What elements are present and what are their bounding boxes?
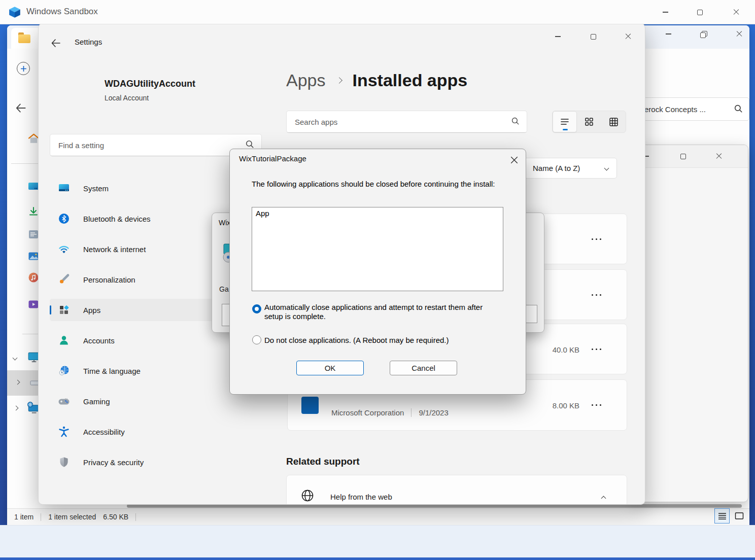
app-icon [301,397,319,414]
back-arrow-icon[interactable] [50,37,62,51]
explorer-search-box[interactable]: erock Concepts ... [636,97,749,121]
sidebar-item-personalization[interactable]: Personalization [50,268,217,291]
app-date: 9/1/2023 [419,408,448,417]
more-options-button[interactable] [590,342,604,357]
breadcrumb: Apps Installed apps [286,71,467,90]
horizontal-scrollbar[interactable] [127,504,742,508]
radio-unselected-icon[interactable] [252,335,261,344]
grid-view-toggle[interactable] [577,111,601,132]
settings-minimize-icon[interactable] [546,28,569,45]
explorer-minimize-icon[interactable] [657,25,679,43]
cancel-button[interactable]: Cancel [390,361,457,375]
explorer-restore-icon[interactable] [692,25,714,43]
sort-label: Name (A to Z) [533,164,580,172]
shield-icon [58,456,70,468]
desktop-edge-strip [0,557,755,560]
details-view-icon[interactable] [714,508,730,523]
thumbnail-view-icon[interactable] [732,509,746,522]
app-publisher: Microsoft Corporation [331,408,404,417]
secondary-maximize-icon[interactable] [672,148,694,165]
sidebar-item-accessibility[interactable]: Accessibility [50,421,217,443]
accessibility-icon [58,426,70,438]
more-options-button[interactable] [590,232,604,247]
sidebar-item-apps[interactable]: Apps [50,299,217,321]
accounts-icon [58,334,70,346]
radio-selected-icon[interactable] [252,304,261,313]
related-support-title: Related support [286,456,360,467]
sandbox-desktop: Windows Sandbox erock Concepts ... [0,0,755,560]
breadcrumb-root[interactable]: Apps [286,71,326,90]
sidebar-item-time-language[interactable]: Time & language [50,360,217,382]
minimize-icon[interactable] [654,4,676,21]
status-selected-size: 6.50 KB [103,513,128,521]
sidebar-item-label: Accounts [83,336,115,345]
help-card-label: Help from the web [330,493,392,501]
time-language-icon [58,365,70,377]
wix-dialog-window: WixTutorialPackage The following applica… [229,149,526,395]
chevron-down-icon[interactable] [13,356,18,361]
sandbox-titlebar: Windows Sandbox [0,0,755,24]
view-toggle-group [552,111,626,133]
explorer-status-bar: 1 item 1 item selected 6.50 KB [7,508,749,525]
globe-icon [300,488,315,505]
radio-no-close[interactable]: Do not close applications. (A Reboot may… [252,335,449,344]
sidebar-item-bluetooth-devices[interactable]: Bluetooth & devices [50,207,217,230]
sidebar-item-system[interactable]: System [50,177,217,199]
status-divider [41,513,41,521]
chevron-right-icon[interactable] [15,380,20,385]
taskbar: Search [0,525,755,557]
sidebar-item-label: System [83,184,109,193]
sidebar-item-label: Personalization [83,275,135,284]
settings-close-icon[interactable] [617,28,639,45]
search-apps-input[interactable] [295,118,511,126]
sidebar-item-privacy-security[interactable]: Privacy & security [50,451,217,473]
more-options-button[interactable] [590,398,604,412]
close-icon[interactable] [725,4,747,21]
radio-auto-close[interactable]: Automatically close applications and att… [252,303,495,321]
settings-maximize-icon[interactable] [582,28,604,45]
sidebar-item-label: Network & internet [83,245,146,254]
help-from-web-card[interactable]: Help from the web [286,475,627,505]
wix-window-text: Ga [219,285,229,293]
maximize-icon[interactable] [689,4,711,21]
app-size: 40.0 KB [539,345,579,354]
sidebar-item-label: Gaming [83,397,110,406]
system-icon [58,182,70,194]
wix-window-title: Wix [219,219,230,227]
sidebar-item-network-internet[interactable]: Network & internet [50,238,217,260]
apps-icon [58,304,70,316]
bluetooth-icon [58,213,70,225]
explorer-close-icon[interactable] [728,25,750,43]
dialog-close-icon[interactable] [508,154,520,166]
tree-divider [22,334,39,334]
more-options-button[interactable] [590,288,604,302]
secondary-close-icon[interactable] [708,148,730,165]
ok-button[interactable]: OK [296,361,364,375]
search-icon[interactable] [734,104,743,115]
wifi-icon [58,243,70,255]
applications-listbox[interactable]: App [252,207,503,291]
gamepad-icon [58,395,70,407]
table-view-toggle[interactable] [601,111,626,132]
find-setting-input[interactable] [58,141,245,150]
sidebar-item-accounts[interactable]: Accounts [50,329,217,352]
breadcrumb-chevron-icon [336,77,342,84]
list-view-toggle[interactable] [553,111,577,132]
search-apps-box[interactable] [286,111,527,133]
chevron-up-icon[interactable] [601,496,606,501]
dialog-title: WixTutorialPackage [239,154,306,163]
chevron-right-icon[interactable] [14,406,19,411]
listbox-item[interactable]: App [252,207,503,218]
search-icon[interactable] [511,117,520,127]
settings-title: Settings [75,38,102,46]
sidebar-item-label: Time & language [83,367,141,375]
tree-selected-row[interactable] [7,370,38,396]
sidebar-item-gaming[interactable]: Gaming [50,390,217,412]
new-tab-icon[interactable] [17,62,30,75]
explorer-back-arrow-icon[interactable] [14,101,27,117]
sandbox-window-title: Windows Sandbox [26,7,98,17]
chevron-down-icon [604,166,609,171]
sidebar-item-label: Apps [83,306,100,314]
explorer-search-text: erock Concepts ... [644,105,734,114]
sort-dropdown[interactable]: Name (A to Z) [524,158,617,179]
